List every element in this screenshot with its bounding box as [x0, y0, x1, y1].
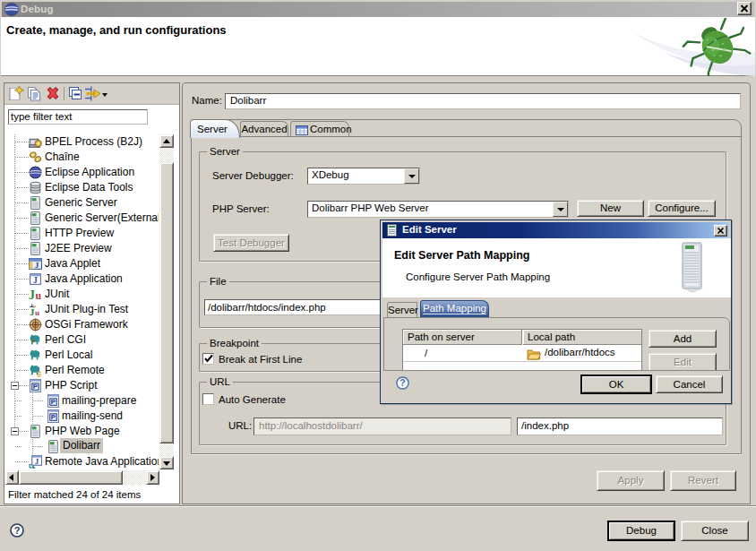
svg-text:?: ? [14, 525, 21, 536]
svg-text:?: ? [399, 378, 405, 388]
